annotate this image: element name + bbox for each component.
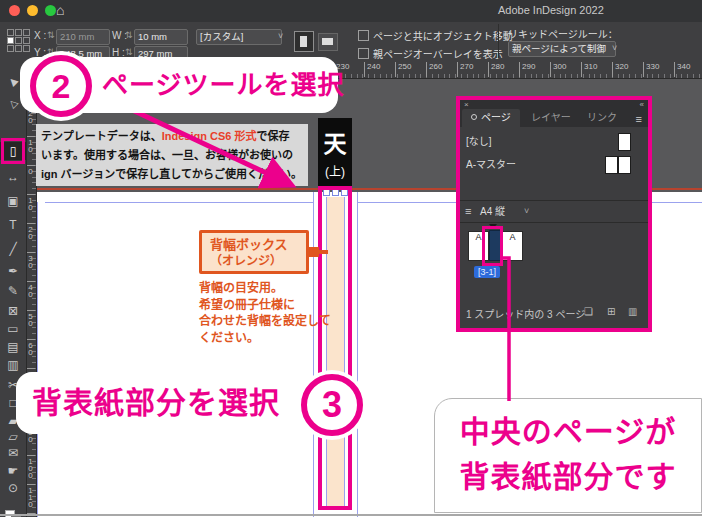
app-window: ⌂ Adobe InDesign 2022 X : ⇅ 210 mm Y : ⇅… <box>0 0 702 517</box>
head-reading: (上) <box>318 162 352 179</box>
step2-text: ページツールを選択 <box>102 57 344 113</box>
h-ruler-tick: 310 <box>581 62 597 77</box>
pencil-tool[interactable]: ✎ <box>0 282 26 300</box>
spine-thumbnail-highlight <box>482 226 503 266</box>
close-window-button[interactable] <box>9 5 20 16</box>
liquid-rule-caret-icon: ˅ <box>612 43 617 53</box>
note-tool[interactable]: ✉ <box>0 444 26 462</box>
rectangle-tool[interactable]: ▭ <box>0 320 26 338</box>
minimize-window-button[interactable] <box>27 5 38 16</box>
h-spinner[interactable]: ⇅ <box>125 47 133 57</box>
move-objects-checkbox[interactable] <box>358 30 369 41</box>
zoom-window-button[interactable] <box>45 5 56 16</box>
pages-panel-annotation-frame <box>456 96 652 332</box>
h-ruler-tick: 340 <box>674 62 690 77</box>
window-bottom-edge <box>0 514 702 516</box>
v-ruler-tick: 50 <box>26 310 35 326</box>
h-ruler-tick: 260 <box>426 62 442 77</box>
pen-tool[interactable]: ✒ <box>0 262 26 280</box>
x-label: X : <box>34 30 46 41</box>
info-line1-end: で保存 <box>256 130 289 142</box>
info-line1-highlight: Indesign CS6 形式 <box>162 130 257 142</box>
h-ruler-tick: 300 <box>550 62 566 77</box>
landscape-orientation-button[interactable] <box>318 33 338 51</box>
v-ruler-tick: 10 <box>26 194 35 210</box>
note-line2: 背表紙部分です <box>435 454 701 499</box>
h-ruler-tick: 290 <box>519 62 535 77</box>
liquid-rule-dropdown[interactable]: 親ページによって制御 <box>508 41 616 57</box>
spine-callout-title: 背幅ボックス <box>210 236 306 253</box>
spine-annotation-rect <box>318 186 352 510</box>
h-ruler-tick: 240 <box>364 62 380 77</box>
bottom-note-box: 中央のページが 背表紙部分です <box>434 398 702 513</box>
home-icon[interactable]: ⌂ <box>56 2 64 18</box>
page-edge-left-page-right <box>313 192 314 517</box>
h-ruler-tick: 250 <box>395 62 411 77</box>
overlay-checkbox[interactable] <box>358 48 369 59</box>
head-top-label: 天 (上) <box>318 118 352 187</box>
v-ruler-tick: 10 <box>26 136 35 152</box>
window-title: Adobe InDesign 2022 <box>498 4 604 16</box>
frame-tool[interactable]: ⊠ <box>0 302 26 320</box>
panel-divider <box>498 24 499 58</box>
hand-tool[interactable]: ☛ <box>0 462 26 480</box>
h-ruler-tick: 280 <box>488 62 504 77</box>
h-ruler-tick: 330 <box>643 62 659 77</box>
margin-guide-left-page <box>45 202 313 203</box>
info-line2: います。使用する場合は、一旦、お客様がお使いの <box>41 146 303 165</box>
page-tool-highlight <box>1 138 25 164</box>
zoom-tool[interactable]: ⊙ <box>0 479 26 497</box>
step3-text: 背表紙部分を選択 <box>32 372 280 434</box>
content-collector-tool[interactable]: ▣ <box>0 192 26 210</box>
v-ruler-tick: 40 <box>26 281 35 297</box>
page-edge-right-page-left <box>357 192 358 517</box>
step3-number-badge: 3 <box>301 374 363 436</box>
gap-tool[interactable]: ↔ <box>0 168 26 186</box>
vertical-grid-tool[interactable]: ▥ <box>0 356 26 374</box>
h-ruler-tick: 320 <box>612 62 628 77</box>
overlay-label: 親ページオーバーレイを表示 <box>373 46 503 61</box>
template-info-text: テンプレートデータは、Indesign CS6 形式で保存 います。使用する場合… <box>36 124 308 186</box>
w-field[interactable]: 10 mm <box>134 29 188 45</box>
spine-callout-subtitle: （オレンジ） <box>210 253 306 270</box>
title-bar: ⌂ Adobe InDesign 2022 <box>0 0 702 23</box>
line-tool[interactable]: ╱ <box>0 240 26 258</box>
spine-box-callout: 背幅ボックス （オレンジ） <box>199 230 309 274</box>
horizontal-grid-tool[interactable]: ▤ <box>0 338 26 356</box>
control-panel: X : ⇅ 210 mm Y : ⇅ 148.5 mm W : ⇅ 10 mm … <box>0 22 702 61</box>
spine-callout-body: 背幅の目安用。 希望の冊子仕様に 合わせた背幅を設定して ください。 <box>199 280 331 346</box>
head-kanji: 天 <box>318 125 352 159</box>
info-line1: テンプレートデータは、 <box>41 130 162 142</box>
v-ruler-tick: 20 <box>26 223 35 239</box>
v-ruler-tick: 110 <box>26 484 35 507</box>
page-size-preset-dropdown[interactable]: [カスタム] <box>196 29 282 45</box>
v-ruler-tick: 60 <box>26 339 35 355</box>
note-line1: 中央のページが <box>435 409 701 454</box>
liquid-rule-label: リキッドページルール： <box>508 26 618 41</box>
v-ruler-tick: 0 <box>26 165 35 174</box>
tools-panel: ▶▷▯↔▣T╱✒✎⊠▭▤▥✂□▰▱✉☛⊙ <box>0 60 27 517</box>
reference-point-proxy[interactable] <box>7 29 30 52</box>
portrait-orientation-button[interactable] <box>294 31 314 52</box>
callout-tail-line <box>317 250 328 254</box>
h-ruler-tick: 270 <box>457 62 473 77</box>
step2-number-badge: 2 <box>30 55 92 117</box>
page-edge-left <box>37 202 38 517</box>
w-spinner[interactable]: ⇅ <box>125 30 133 40</box>
preset-caret-icon: ˅ <box>278 31 283 41</box>
info-line3: ign バージョンで保存し直してからご使用ください。 <box>41 165 303 184</box>
x-spinner[interactable]: ⇅ <box>47 30 55 40</box>
move-objects-label: ページと共にオブジェクト移動 <box>373 28 513 43</box>
type-tool[interactable]: T <box>0 216 26 234</box>
v-ruler-tick: 100 <box>26 455 35 478</box>
v-ruler-tick: 30 <box>26 252 35 268</box>
x-field[interactable]: 210 mm <box>56 29 110 45</box>
